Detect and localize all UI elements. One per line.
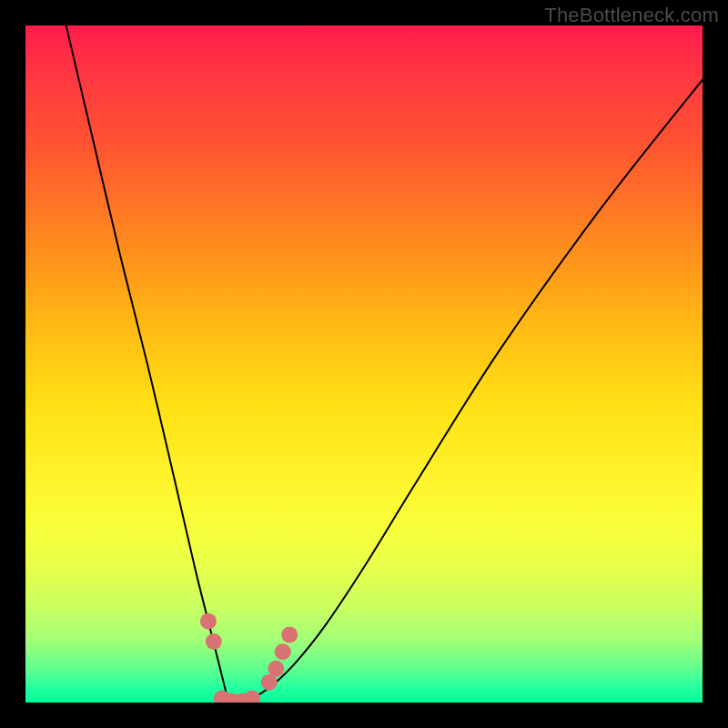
- curve-markers: [200, 613, 298, 703]
- curve-marker: [244, 691, 260, 703]
- plot-area: [25, 25, 703, 703]
- chart-frame: TheBottleneck.com: [0, 0, 728, 728]
- curve-marker: [206, 633, 222, 650]
- watermark-text: TheBottleneck.com: [544, 4, 719, 27]
- curve-svg: [25, 25, 703, 703]
- curve-marker: [281, 627, 298, 643]
- curve-marker: [268, 661, 284, 677]
- curve-marker: [275, 643, 291, 660]
- curve-marker: [200, 613, 217, 630]
- bottleneck-curve: [66, 25, 703, 703]
